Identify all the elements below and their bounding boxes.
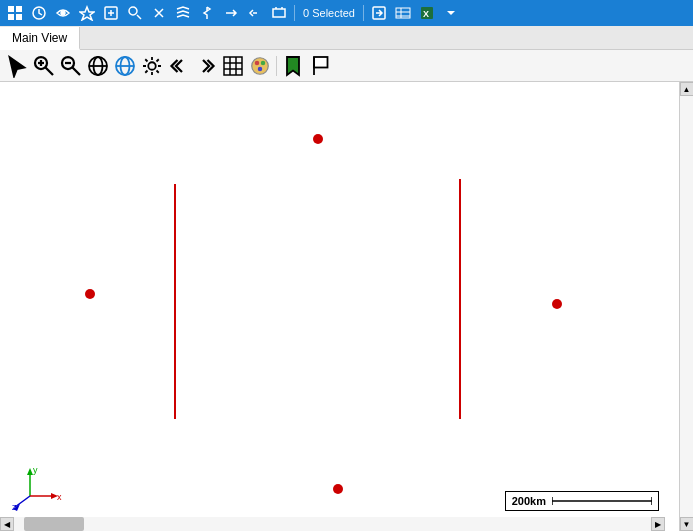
tb-icon-2[interactable]	[28, 3, 50, 23]
svg-rect-8	[273, 9, 285, 17]
tb-icon-11[interactable]	[244, 3, 266, 23]
scroll-left-arrow[interactable]: ◀	[0, 517, 14, 531]
svg-point-5	[61, 11, 65, 15]
svg-point-37	[261, 60, 266, 65]
scale-label: 200km	[512, 495, 546, 507]
svg-text:x: x	[57, 492, 62, 502]
svg-point-29	[148, 62, 156, 70]
top-toolbar: 0 Selected X	[0, 0, 693, 26]
scroll-track-v[interactable]	[680, 96, 693, 517]
toolbar-sep-1	[294, 5, 295, 21]
globe-icon[interactable]	[85, 53, 111, 79]
map-canvas	[0, 82, 679, 531]
tb-icon-9[interactable]	[196, 3, 218, 23]
scale-bar: 200km	[505, 491, 659, 511]
svg-rect-2	[8, 14, 14, 20]
tb-icon-4[interactable]	[76, 3, 98, 23]
scroll-right-arrow[interactable]: ▶	[651, 517, 665, 531]
sec-sep-1	[276, 56, 277, 76]
selected-count: 0 Selected	[303, 7, 355, 19]
tb-icon-6[interactable]	[124, 3, 146, 23]
tb-dropdown-arrow[interactable]	[440, 3, 462, 23]
svg-point-44	[85, 289, 95, 299]
svg-line-17	[46, 67, 54, 75]
gear-tool-icon[interactable]	[139, 53, 165, 79]
flag-icon[interactable]	[307, 53, 333, 79]
svg-point-7	[129, 7, 137, 15]
tab-main-view[interactable]: Main View	[0, 27, 80, 50]
grid-tool-icon[interactable]	[220, 53, 246, 79]
svg-point-35	[252, 57, 269, 74]
svg-point-46	[333, 484, 343, 494]
globe2-icon[interactable]	[112, 53, 138, 79]
map-viewport[interactable]: y x z 200km	[0, 82, 679, 531]
toolbar-sep-2	[363, 5, 364, 21]
bookmark-icon[interactable]	[280, 53, 306, 79]
svg-point-45	[552, 299, 562, 309]
secondary-toolbar	[0, 50, 693, 82]
color-palette-icon[interactable]	[247, 53, 273, 79]
tb-icon-7[interactable]	[148, 3, 170, 23]
scroll-track-h[interactable]	[14, 517, 651, 531]
vertical-scrollbar[interactable]: ▲ ▼	[679, 82, 693, 531]
tb-icon-5[interactable]	[100, 3, 122, 23]
svg-point-36	[255, 60, 260, 65]
svg-line-53	[15, 496, 30, 507]
axis-indicator: y x z	[10, 461, 70, 511]
svg-rect-1	[16, 6, 22, 12]
tb-icon-1[interactable]	[4, 3, 26, 23]
tb-icon-8[interactable]	[172, 3, 194, 23]
zoom-in-icon[interactable]	[31, 53, 57, 79]
svg-rect-39	[314, 57, 328, 68]
tab-bar: Main View	[0, 26, 693, 50]
svg-rect-3	[16, 14, 22, 20]
zoom-out-icon[interactable]	[58, 53, 84, 79]
scroll-up-arrow[interactable]: ▲	[680, 82, 694, 96]
svg-text:z: z	[12, 502, 17, 511]
svg-text:X: X	[423, 9, 429, 19]
pointer-tool-icon[interactable]	[4, 53, 30, 79]
tb-icon-3[interactable]	[52, 3, 74, 23]
svg-rect-30	[224, 57, 242, 75]
tb-icon-export[interactable]	[368, 3, 390, 23]
viewport-container: y x z 200km	[0, 82, 693, 531]
svg-point-43	[313, 134, 323, 144]
tb-icon-12[interactable]	[268, 3, 290, 23]
tb-icon-table[interactable]	[392, 3, 414, 23]
tb-icon-excel[interactable]: X	[416, 3, 438, 23]
scroll-down-arrow[interactable]: ▼	[680, 517, 694, 531]
horizontal-scrollbar[interactable]: ◀ ▶	[0, 517, 665, 531]
svg-text:y: y	[33, 465, 38, 475]
svg-line-21	[73, 67, 81, 75]
right-chevron-icon[interactable]	[193, 53, 219, 79]
svg-point-38	[258, 66, 263, 71]
tb-icon-10[interactable]	[220, 3, 242, 23]
left-chevron-icon[interactable]	[166, 53, 192, 79]
svg-rect-0	[8, 6, 14, 12]
